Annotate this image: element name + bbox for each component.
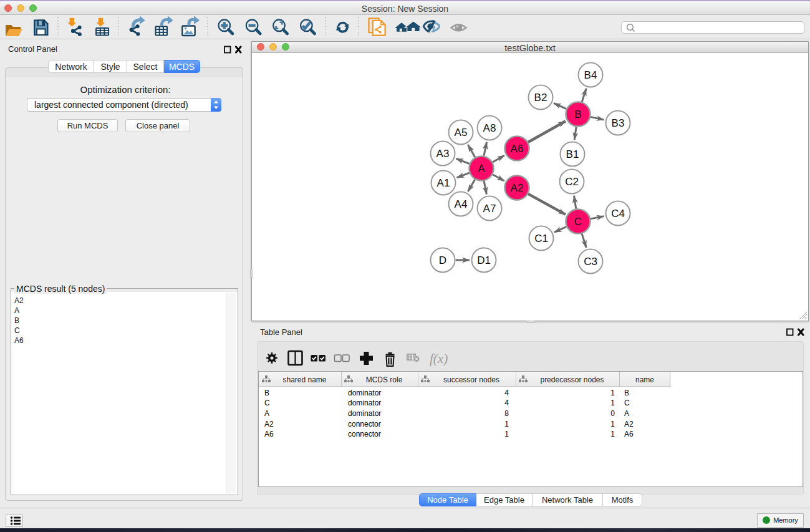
svg-text:B2: B2 xyxy=(534,92,547,104)
svg-text:f(x): f(x) xyxy=(430,351,448,366)
svg-text:C4: C4 xyxy=(611,208,625,220)
svg-text:C: C xyxy=(574,216,582,228)
svg-text:A8: A8 xyxy=(483,122,496,134)
svg-text:A6: A6 xyxy=(511,143,524,155)
svg-text:B4: B4 xyxy=(584,69,597,81)
svg-text:A3: A3 xyxy=(436,148,450,160)
svg-text:C1: C1 xyxy=(534,233,548,244)
svg-text:D1: D1 xyxy=(477,254,491,266)
svg-text:D: D xyxy=(439,254,446,266)
svg-text:A4: A4 xyxy=(455,198,468,210)
svg-text:B1: B1 xyxy=(566,148,579,160)
svg-text:A1: A1 xyxy=(437,177,450,189)
svg-text:A2: A2 xyxy=(511,182,524,194)
svg-text:C3: C3 xyxy=(584,256,597,268)
svg-text:A5: A5 xyxy=(455,127,468,138)
svg-text:B3: B3 xyxy=(612,117,625,129)
svg-text:A7: A7 xyxy=(483,203,496,215)
svg-text:A: A xyxy=(478,163,485,175)
svg-text:C2: C2 xyxy=(565,176,579,188)
svg-text:B: B xyxy=(574,109,581,120)
